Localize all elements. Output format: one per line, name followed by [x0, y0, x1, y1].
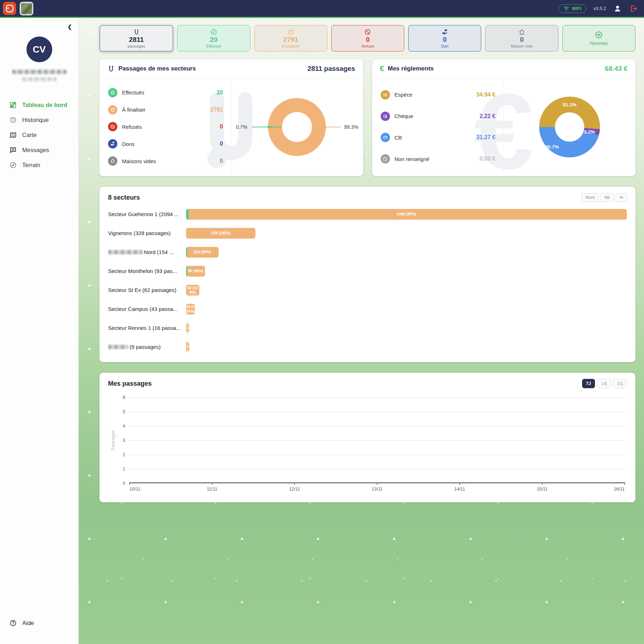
row-label: Dons: [122, 141, 135, 147]
dashboard-icon: [9, 101, 17, 109]
reglements-donut-zone: 51.1% 3.2% 45.7%: [504, 78, 635, 175]
sector-row: Secteur Monthelon (93 pas...90 (96%): [108, 262, 627, 280]
sector-bar[interactable]: 16 (100%): [186, 323, 189, 333]
sidebar-item-carte[interactable]: Carte: [0, 127, 78, 142]
sector-label: Secteur Monthelon (93 pas...: [108, 268, 186, 274]
sector-label: (9 passages): [108, 344, 186, 350]
sort-buttons: Nom Nb %: [582, 193, 627, 202]
refresh-icon: [108, 105, 117, 114]
stat-card-effectue[interactable]: 20 Effectué: [177, 25, 250, 52]
sector-bar[interactable]: 62 (100%): [186, 285, 199, 296]
sector-bar-zone: 43 (100%): [186, 304, 627, 314]
block-icon: [108, 122, 117, 131]
donut-callout-line: [326, 127, 341, 127]
stat-card-nouveau[interactable]: Nouveau: [562, 25, 635, 52]
row-value: 34.94 €: [476, 92, 495, 98]
list-item: Non renseigné 0.00 €: [381, 154, 496, 164]
sector-row: Secteur St Ex (62 passages)62 (100%): [108, 280, 627, 299]
route-logo-icon: [5, 4, 14, 13]
user-subtitle-redacted: [22, 77, 57, 82]
range-7j-button[interactable]: 7J: [582, 379, 595, 388]
sidebar-item-terrain[interactable]: Terrain: [0, 157, 78, 172]
sector-label: Vignerons (328 passages): [108, 230, 186, 236]
stat-card-maison-vide[interactable]: 0 Maison vide: [485, 25, 558, 52]
sectors-title: 8 secteurs: [108, 194, 140, 201]
sidebar-item-historique[interactable]: Historique: [0, 112, 78, 127]
person-icon: [613, 4, 622, 13]
passages-donut[interactable]: [268, 98, 326, 156]
card-title: Mes règlements: [388, 65, 434, 72]
main-content: 2811 passages 20 Effectué 27: [79, 18, 644, 644]
sector-bar[interactable]: 153 (99%): [186, 247, 219, 258]
passages-donut-zone: 0.7% 99.3%: [231, 78, 363, 175]
stat-value: 2811: [129, 36, 144, 44]
sector-bar[interactable]: 90 (96%): [186, 266, 205, 277]
cash-icon: [381, 90, 390, 99]
row-value: 31.27 €: [476, 134, 495, 141]
question-circle-icon: [381, 154, 390, 164]
x-tick-label: 12/11: [289, 487, 300, 492]
donut-label: 0.7%: [236, 124, 247, 130]
logout-icon: [629, 4, 638, 13]
sector-bar-value-label: 43 (100%): [186, 304, 195, 313]
route-icon: [107, 65, 115, 73]
logout-button[interactable]: [629, 4, 638, 13]
sector-bar-zone: 153 (99%): [186, 247, 627, 258]
x-tick-mark: [542, 482, 542, 485]
slice-label: 51.1%: [563, 102, 576, 107]
sort-by-count-button[interactable]: Nb: [601, 193, 614, 202]
sort-by-percent-button[interactable]: %: [616, 193, 627, 202]
sector-row: Secteur Rennes 1 (16 passa...16 (100%): [108, 318, 627, 337]
sector-bar-value-label: 62 (100%): [186, 286, 199, 294]
app-root: WIFI v3.5.2 ❮ CV: [0, 0, 644, 644]
x-tick-mark: [459, 482, 460, 485]
passages-status-list: Effectués 20 À finaliser 2791: [99, 78, 231, 175]
range-21j-button[interactable]: 21j: [613, 379, 627, 388]
x-tick-label: 11/11: [207, 487, 217, 492]
row-value: 0: [220, 123, 223, 130]
avatar[interactable]: CV: [26, 36, 52, 62]
row-value: 20: [216, 89, 223, 96]
user-account-button[interactable]: [613, 4, 622, 13]
row-label: Non renseigné: [395, 156, 430, 162]
sector-label: Nord (154 ...: [108, 249, 186, 255]
row-value: 0.00 €: [479, 156, 495, 162]
sector-name-redacted: [108, 345, 128, 350]
sector-name-redacted: [108, 250, 142, 255]
sector-bar[interactable]: 328 (100%): [186, 228, 255, 239]
row-label: Chèque: [395, 113, 414, 119]
x-tick-label: 13/11: [372, 487, 382, 492]
workspace-thumbnail[interactable]: [20, 2, 33, 15]
list-item: Chèque 2.22 €: [381, 112, 496, 121]
sector-bar[interactable]: 9 (100%): [186, 342, 189, 352]
app-logo[interactable]: [3, 2, 16, 15]
reglements-list: Espèce 34.94 € Chèque 2.22 €: [372, 78, 504, 175]
sector-bar-zone: 2080 (99%): [186, 209, 627, 220]
sidebar-item-messages[interactable]: Messages: [0, 142, 78, 157]
sector-bar-value-label: 90 (96%): [188, 269, 203, 273]
sector-bar-value-label: 153 (99%): [194, 250, 211, 254]
stat-card-don[interactable]: 0 Don: [408, 25, 481, 52]
stat-card-refuse[interactable]: 0 Refusé: [331, 25, 404, 52]
x-tick-label: 14/11: [454, 487, 465, 492]
sectors-card: 8 secteurs Nom Nb % Secteur Guehenno 1 (…: [99, 187, 635, 362]
sector-bar[interactable]: 2080 (99%): [186, 209, 627, 220]
sidebar-item-aide[interactable]: Aide: [0, 615, 34, 630]
y-tick-label: 0: [123, 481, 125, 486]
stat-card-passages[interactable]: 2811 passages: [99, 25, 173, 52]
sector-bar-value-label: 2080 (99%): [397, 212, 416, 216]
stat-label: Maison vide: [511, 44, 533, 48]
row-label: À finaliser: [122, 107, 146, 113]
list-item: Refusés 0: [108, 122, 223, 131]
sidebar-collapse-button[interactable]: ❮: [67, 24, 72, 30]
sector-bar[interactable]: 43 (100%): [186, 304, 195, 314]
range-14j-button[interactable]: 14j: [597, 379, 611, 388]
refresh-icon: [287, 29, 294, 35]
stat-card-a-finaliser[interactable]: 2791 À finaliser: [254, 25, 327, 52]
route-icon: [133, 29, 140, 35]
sidebar-item-tableau-de-bord[interactable]: Tableau de bord: [0, 97, 78, 112]
x-tick-mark: [212, 482, 213, 485]
wifi-icon: [564, 6, 569, 11]
sort-by-name-button[interactable]: Nom: [582, 193, 598, 202]
stat-value: 0: [520, 36, 524, 44]
